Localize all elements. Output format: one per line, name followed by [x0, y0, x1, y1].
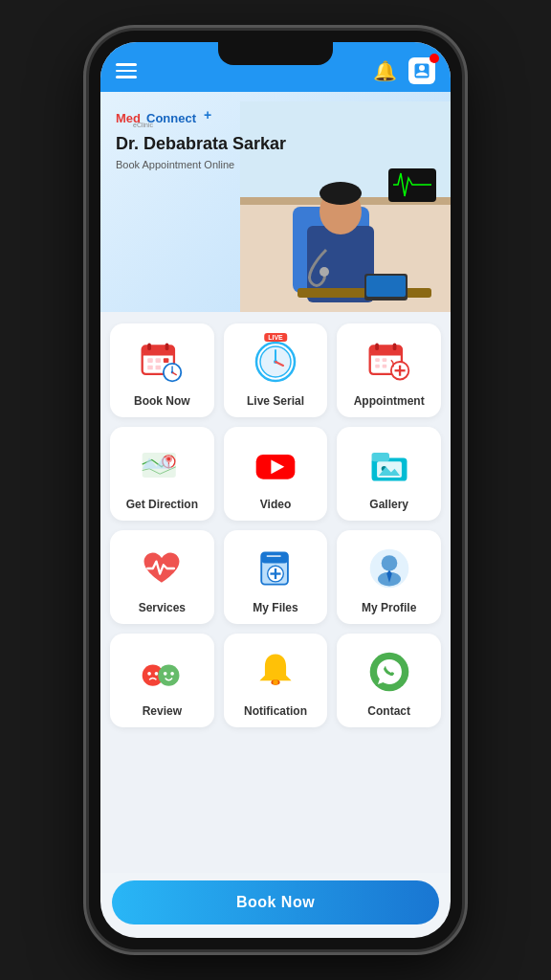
svg-rect-23 [156, 358, 162, 363]
gallery-icon [364, 440, 414, 490]
grid-row-3: Services [110, 530, 441, 624]
grid-row-1: Book Now LIVE [110, 323, 441, 417]
grid-item-my-files[interactable]: My Files [224, 530, 328, 624]
svg-rect-56 [371, 453, 388, 461]
book-now-label: Book Now [134, 394, 190, 408]
grid-item-notification[interactable]: Notification [224, 634, 328, 727]
svg-rect-45 [382, 358, 386, 362]
calendar-plus-icon [364, 337, 414, 387]
menu-icon[interactable] [116, 63, 137, 78]
appointment-label: Appointment [354, 394, 425, 408]
grid-item-appointment[interactable]: Appointment [337, 323, 441, 417]
services-label: Services [139, 601, 186, 614]
doctor-subtitle: Book Appointment Online [116, 159, 286, 170]
grid-section: Book Now LIVE [100, 312, 451, 873]
svg-text:eClinic: eClinic [133, 122, 154, 128]
grid-item-video[interactable]: Video [224, 427, 328, 521]
svg-text:Connect: Connect [146, 111, 197, 125]
grid-item-services[interactable]: Services [110, 530, 214, 624]
banner: Med Connect + eClinic Dr. Debabrata Sark… [100, 92, 451, 312]
grid-row-4: Review Notification [110, 634, 441, 727]
profile-icon [364, 544, 414, 593]
video-label: Video [260, 498, 291, 511]
svg-point-73 [164, 672, 167, 676]
bell-yellow-icon [251, 647, 300, 697]
grid-row-2: Get Direction Video [110, 427, 441, 521]
svg-rect-47 [382, 365, 386, 368]
brand-logo: Med Connect + eClinic [116, 107, 286, 128]
youtube-icon [251, 440, 300, 490]
my-files-label: My Files [253, 601, 298, 614]
get-direction-label: Get Direction [126, 498, 198, 511]
svg-rect-19 [148, 344, 152, 350]
svg-rect-37 [369, 345, 401, 354]
book-now-button[interactable]: Book Now [112, 880, 439, 924]
notification-icon[interactable]: 🔔 [373, 59, 397, 82]
contact-label: Contact [367, 704, 410, 718]
gallery-label: Gallery [369, 498, 408, 511]
svg-point-70 [148, 672, 152, 676]
emoji-icon [137, 647, 187, 697]
phone-notch [218, 42, 333, 65]
map-icon [137, 440, 187, 490]
profile-top-icon[interactable] [408, 57, 435, 84]
grid-item-gallery[interactable]: Gallery [337, 427, 441, 521]
grid-item-get-direction[interactable]: Get Direction [110, 427, 214, 521]
svg-point-71 [155, 672, 159, 676]
svg-point-72 [159, 665, 180, 686]
svg-point-74 [171, 672, 175, 676]
grid-item-live-serial[interactable]: LIVE Live Serial [224, 323, 328, 417]
grid-item-review[interactable]: Review [110, 634, 214, 727]
svg-rect-38 [375, 344, 379, 350]
calendar-clock-icon [137, 337, 187, 387]
notification-label: Notification [244, 704, 307, 718]
svg-rect-26 [156, 366, 162, 370]
phone-frame: 🔔 Med Connect + eClinic [89, 31, 462, 949]
svg-text:+: + [204, 107, 211, 122]
live-serial-label: Live Serial [247, 394, 304, 408]
svg-rect-46 [375, 365, 380, 368]
phone-screen: 🔔 Med Connect + eClinic [100, 42, 451, 938]
svg-rect-22 [148, 358, 154, 363]
svg-rect-25 [148, 366, 154, 370]
svg-rect-20 [165, 344, 169, 350]
files-icon [251, 544, 300, 593]
svg-point-51 [167, 457, 171, 461]
svg-rect-39 [392, 344, 396, 350]
svg-rect-24 [164, 358, 169, 363]
svg-point-12 [320, 267, 329, 277]
svg-point-11 [320, 182, 362, 205]
grid-item-my-profile[interactable]: My Profile [337, 530, 441, 624]
svg-rect-16 [366, 276, 406, 297]
doctor-name: Dr. Debabrata Sarkar [116, 134, 286, 155]
banner-content: Med Connect + eClinic Dr. Debabrata Sark… [116, 107, 286, 170]
clock-live-icon: LIVE [251, 337, 300, 387]
svg-point-66 [381, 555, 397, 571]
heart-pulse-icon [137, 544, 187, 593]
review-label: Review [143, 704, 182, 718]
svg-point-76 [273, 679, 278, 685]
svg-rect-44 [375, 358, 380, 362]
whatsapp-icon [364, 647, 414, 697]
my-profile-label: My Profile [362, 601, 416, 614]
grid-item-book-now[interactable]: Book Now [110, 323, 214, 417]
svg-rect-60 [261, 552, 288, 563]
grid-item-contact[interactable]: Contact [337, 634, 441, 727]
svg-rect-18 [143, 345, 174, 354]
